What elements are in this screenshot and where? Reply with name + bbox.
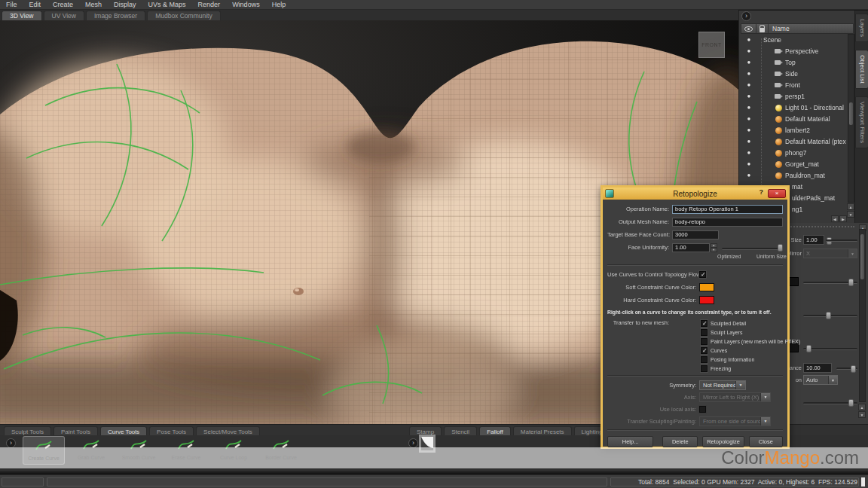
transfer-checkbox[interactable] <box>701 329 708 336</box>
transfer-checkbox[interactable] <box>701 338 708 345</box>
close-button[interactable]: Close <box>749 436 783 447</box>
properties-scrollbar[interactable] <box>859 229 866 402</box>
output-mesh-input[interactable] <box>672 218 783 227</box>
front-camera-bookmark[interactable]: FRONT <box>698 32 725 58</box>
props-scroll-down[interactable]: ▼ <box>858 411 866 418</box>
visibility-dot-icon[interactable]: ● <box>741 70 757 77</box>
delete-button[interactable]: Delete <box>662 436 698 447</box>
axis-dropdown[interactable]: Mirror Left to Right (X) <box>699 392 771 402</box>
menu-item[interactable]: Display <box>108 0 142 10</box>
object-list-scrollbar[interactable] <box>848 34 854 203</box>
visibility-column-header[interactable] <box>741 24 756 33</box>
menu-item[interactable]: Mesh <box>79 0 108 10</box>
name-column-header[interactable]: Name <box>769 25 790 32</box>
view-tab[interactable]: UV View <box>44 11 84 20</box>
object-list-row[interactable]: ● Front <box>741 79 846 90</box>
object-list-row[interactable]: ● Pauldron_mat <box>741 169 846 181</box>
size-value[interactable]: 1.00 <box>803 235 824 245</box>
dialog-help-icon[interactable]: ? <box>760 188 764 196</box>
props-scroll-up[interactable]: ▲ <box>858 404 866 410</box>
transfer-sp-dropdown[interactable]: From one side of source <box>699 416 771 426</box>
transfer-checkbox[interactable] <box>701 320 708 327</box>
panel-grip[interactable] <box>788 226 854 227</box>
lock-column-header[interactable] <box>756 24 769 33</box>
dialog-close-button[interactable]: × <box>768 189 786 198</box>
side-tab[interactable]: Viewport Filters <box>855 96 868 148</box>
object-list-row[interactable]: ● Top <box>741 56 846 68</box>
side-tab[interactable]: Layers <box>855 14 868 42</box>
object-list-row[interactable]: ● phong7 <box>741 147 846 158</box>
visibility-dot-icon[interactable]: ● <box>741 93 757 99</box>
object-list-row[interactable]: ● Default Material <box>741 113 846 124</box>
visibility-dot-icon[interactable]: ● <box>741 104 757 111</box>
scroll-up-button[interactable]: ▲ <box>847 203 854 210</box>
visibility-dot-icon[interactable]: ● <box>741 115 757 122</box>
transfer-checkbox[interactable] <box>701 356 708 363</box>
symmetry-dropdown[interactable]: Not Required <box>699 380 746 390</box>
mid-slider-handle[interactable] <box>826 312 831 319</box>
transfer-option[interactable]: Freezing <box>701 364 783 373</box>
object-list-row[interactable]: ● Light 01 - Directional <box>741 102 846 113</box>
uniformity-slider-handle[interactable] <box>778 244 783 252</box>
visibility-dot-icon[interactable]: ● <box>741 59 757 66</box>
help-button[interactable]: Help... <box>607 436 653 447</box>
object-list-row[interactable]: ● Scene <box>741 34 846 45</box>
transfer-option[interactable]: Sculpt Layers <box>701 328 783 337</box>
transfer-option[interactable]: Paint Layers (new mesh will be PTEX) <box>701 337 783 346</box>
transfer-option[interactable]: Sculpted Detail <box>701 319 783 328</box>
face-uniformity-input[interactable] <box>672 243 710 252</box>
object-list-row[interactable]: ● lambert2 <box>741 124 846 136</box>
strength-slider-handle[interactable] <box>848 279 854 286</box>
view-tab[interactable]: Mudbox Community <box>147 11 221 20</box>
object-list-row[interactable]: ● persp1 <box>741 90 846 102</box>
operation-name-input[interactable] <box>672 205 783 214</box>
visibility-dot-icon[interactable]: ● <box>741 160 757 167</box>
view-tab[interactable]: 3D View <box>2 11 42 20</box>
object-list-row[interactable]: ● Side <box>741 68 846 79</box>
visibility-dot-icon[interactable]: ● <box>741 138 757 145</box>
visibility-dot-icon[interactable]: ● <box>741 81 757 88</box>
auto-dropdown[interactable]: Auto <box>803 375 838 385</box>
distance-slider-handle[interactable] <box>851 365 856 373</box>
distance-value[interactable]: 10.00 <box>803 363 832 373</box>
local-axis-checkbox[interactable] <box>699 406 706 413</box>
size-slider[interactable] <box>826 239 857 242</box>
scroll-down-button[interactable]: ▼ <box>847 211 854 218</box>
face-count-input[interactable] <box>672 230 719 239</box>
low-slider-handle[interactable] <box>806 345 811 352</box>
dialog-title-bar[interactable]: Retopologize ? × <box>603 188 787 200</box>
menu-item[interactable]: Help <box>266 0 292 10</box>
object-list-row[interactable]: ● Default Material (ptex) <box>741 136 846 147</box>
side-tab[interactable]: Object List <box>855 50 868 89</box>
menu-item[interactable]: Windows <box>226 0 266 10</box>
scroll-left-button[interactable]: ◀ <box>831 215 839 222</box>
menu-item[interactable]: Render <box>192 0 227 10</box>
retopologize-button[interactable]: Retopologize <box>702 436 744 447</box>
transfer-option[interactable]: Curves <box>701 346 783 355</box>
spinner-control[interactable]: ▲▼ <box>711 243 717 252</box>
visibility-dot-icon[interactable]: ● <box>741 127 757 133</box>
bottom-slider-handle[interactable] <box>848 399 854 407</box>
menu-item[interactable]: Edit <box>23 0 47 10</box>
visibility-dot-icon[interactable]: ● <box>741 172 757 178</box>
transfer-option[interactable]: Posing Information <box>701 355 783 364</box>
menu-item[interactable]: UVs & Maps <box>142 0 192 10</box>
visibility-dot-icon[interactable]: ● <box>741 47 757 54</box>
visibility-dot-icon[interactable]: ● <box>741 36 757 43</box>
menu-item[interactable]: Create <box>47 0 79 10</box>
soft-color-swatch[interactable] <box>699 283 714 291</box>
transfer-checkbox[interactable] <box>701 365 708 372</box>
transfer-checkbox[interactable] <box>701 347 708 354</box>
object-list-row[interactable]: ● Gorget_mat <box>741 158 846 169</box>
mirror-dropdown[interactable]: X <box>803 249 857 258</box>
scroll-right-button[interactable]: ▶ <box>839 215 847 222</box>
view-tab[interactable]: Image Browser <box>86 11 145 20</box>
hard-color-swatch[interactable] <box>699 296 714 304</box>
uniformity-slider[interactable] <box>722 243 783 252</box>
scrollbar-thumb[interactable] <box>849 102 853 125</box>
panel-collapse-icon[interactable] <box>741 11 751 21</box>
use-curves-checkbox[interactable] <box>699 271 706 278</box>
visibility-dot-icon[interactable]: ● <box>741 149 757 156</box>
object-list-row[interactable]: ● Perspective <box>741 45 846 56</box>
menu-item[interactable]: File <box>0 0 23 10</box>
